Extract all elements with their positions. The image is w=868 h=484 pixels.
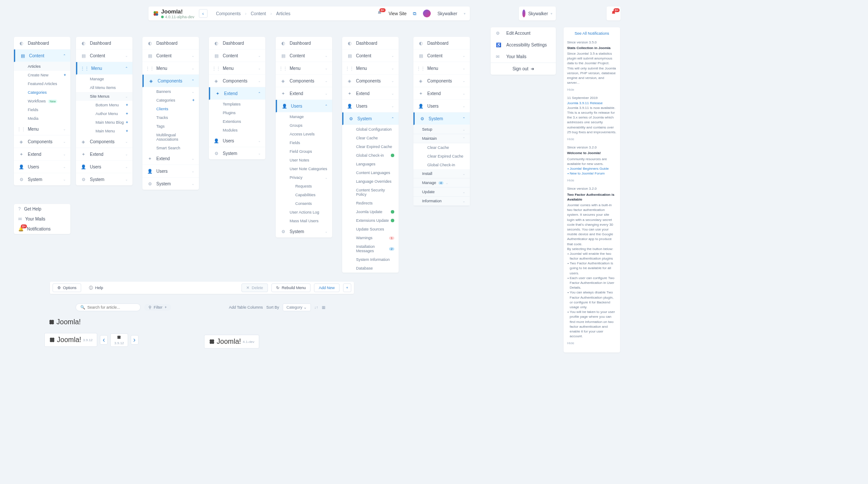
get-help-link[interactable]: ?Get Help xyxy=(14,204,70,214)
nav-extend[interactable]: ✦Extend⌄ xyxy=(276,87,332,100)
sub-field-groups[interactable]: Field Groups xyxy=(276,147,332,156)
sub-mass-mail[interactable]: Mass Mail Users xyxy=(276,217,332,225)
nav-components[interactable]: ◈Components⌄ xyxy=(76,135,132,148)
sub-privacy[interactable]: Privacy⌄ xyxy=(276,173,332,182)
nav-content[interactable]: ▤Content⌄ xyxy=(413,49,470,62)
add-new-button[interactable]: Add New xyxy=(314,283,340,292)
nav-system[interactable]: ⚙System⌃ xyxy=(342,112,399,125)
nav-menu[interactable]: ⋮⋮Menu⌄ xyxy=(209,62,265,75)
prev-button[interactable]: ‹ xyxy=(100,335,108,345)
nav-users[interactable]: 👤Users⌄ xyxy=(209,135,265,147)
section-manage[interactable]: Manage4⌄ xyxy=(413,178,470,188)
nav-users[interactable]: 👤Users⌄ xyxy=(142,165,199,178)
view-site-link[interactable]: View Site xyxy=(389,11,407,16)
nav-menu[interactable]: ⋮⋮Menu⌄ xyxy=(276,62,332,75)
nav-system[interactable]: ⚙System⌄ xyxy=(142,178,199,190)
sub-checkin[interactable]: Global Check-in xyxy=(413,161,470,169)
sort-select[interactable]: Category ⌄ xyxy=(283,303,311,311)
nav-components[interactable]: ◈Components⌄ xyxy=(209,75,265,87)
grid-icon[interactable]: ▦ xyxy=(322,305,326,309)
nav-components[interactable]: ◈Components⌄ xyxy=(413,75,470,87)
sub-smart-search[interactable]: Smart Search xyxy=(142,144,199,152)
delete-button[interactable]: ✕Delete xyxy=(241,283,268,292)
sub-blog-menu[interactable]: Main Menu Blog+ xyxy=(76,118,132,127)
sub-workflows[interactable]: WorkflowsNew xyxy=(14,97,70,105)
hide-link[interactable]: Hide xyxy=(567,341,617,346)
nav-system[interactable]: ⚙System⌃ xyxy=(413,112,470,125)
add-new-plus-button[interactable]: + xyxy=(343,283,351,292)
sort-asc-icon[interactable]: ↓↑ xyxy=(314,305,318,309)
sub-ext-update[interactable]: Extensions Update xyxy=(342,216,399,225)
sub-requests[interactable]: Requests xyxy=(276,182,332,191)
notifications-link[interactable]: 🔔8+ Notifications xyxy=(14,224,70,234)
nav-extend[interactable]: ✦Extend⌄ xyxy=(413,87,470,100)
sub-clear-cache[interactable]: Clear Cache xyxy=(342,134,399,142)
section-install[interactable]: Install⌄ xyxy=(413,169,470,178)
sub-joomla-update[interactable]: Joomla Update xyxy=(342,207,399,216)
sub-tags[interactable]: Tags xyxy=(142,122,199,131)
sub-all-items[interactable]: All Menu Items xyxy=(76,83,132,92)
nav-content[interactable]: ▤Content⌄ xyxy=(342,49,399,62)
nav-system[interactable]: ⚙System⌄ xyxy=(14,173,70,185)
bell-icon[interactable]: 8+ xyxy=(377,10,382,16)
nav-dashboard[interactable]: ◐Dashboard xyxy=(342,37,399,49)
sub-actions-log[interactable]: User Actions Log xyxy=(276,208,332,217)
user-dropdown-mini[interactable]: Skywalker ▾ xyxy=(519,7,556,20)
section-information[interactable]: Information⌄ xyxy=(413,197,470,206)
sub-main-menu[interactable]: Main Menu+ xyxy=(76,127,132,135)
sub-manage[interactable]: Manage xyxy=(76,75,132,83)
sub-media[interactable]: Media xyxy=(14,114,70,123)
sub-fields[interactable]: Fields xyxy=(14,105,70,114)
hide-link[interactable]: Hide xyxy=(567,178,617,183)
nav-extend[interactable]: ✦Extend⌄ xyxy=(14,148,70,161)
nav-menu[interactable]: ⋮⋮Menu⌄ xyxy=(413,62,470,75)
sub-modules[interactable]: Modules xyxy=(209,126,265,135)
hide-link[interactable]: Hide xyxy=(567,137,617,142)
nav-content[interactable]: ▤Content⌄ xyxy=(76,49,132,62)
options-button[interactable]: ⚙Options xyxy=(53,283,81,292)
nav-menu[interactable]: ⋮⋮Menu⌄ xyxy=(342,62,399,75)
avatar[interactable] xyxy=(423,10,431,17)
sign-out-button[interactable]: Sign out➜ xyxy=(491,63,556,75)
sub-clients[interactable]: Clients xyxy=(142,105,199,113)
sub-articles[interactable]: Articles xyxy=(14,62,70,71)
search-input[interactable]: 🔍 xyxy=(76,303,141,311)
sub-access-levels[interactable]: Access Levels xyxy=(276,130,332,138)
sub-create-new[interactable]: Create New+ xyxy=(14,71,70,79)
plus-icon[interactable]: + xyxy=(64,73,66,77)
nav-menu[interactable]: ⋮⋮Menu⌄ xyxy=(14,123,70,135)
next-button[interactable]: › xyxy=(131,335,139,345)
add-columns-link[interactable]: Add Table Columns xyxy=(229,305,263,309)
sub-lang-overrides[interactable]: Language Overrides xyxy=(342,177,399,186)
sub-bottom-menu[interactable]: Bottom Menu+ xyxy=(76,101,132,109)
sub-csp[interactable]: Content Security Policy xyxy=(342,186,399,199)
sub-install-messages[interactable]: Installation Messages2 xyxy=(342,242,399,255)
nav-content[interactable]: ▤Content⌃ xyxy=(14,49,70,62)
nav-users[interactable]: 👤Users⌄ xyxy=(14,161,70,173)
sub-update-sources[interactable]: Update Sources xyxy=(342,225,399,234)
see-all-link[interactable]: See All Notifications xyxy=(567,31,617,36)
sub-consents[interactable]: Consents xyxy=(276,199,332,208)
sub-user-notes[interactable]: User Notes xyxy=(276,156,332,165)
accessibility-settings[interactable]: ♿Accessibility Settings xyxy=(491,39,556,51)
sub-clear-expired[interactable]: Clear Expired Cache xyxy=(342,142,399,151)
sub-author-menu[interactable]: Author Menu+ xyxy=(76,109,132,118)
nav-extend[interactable]: ✦Extend⌄ xyxy=(76,148,132,161)
crumb-articles[interactable]: Articles xyxy=(276,11,290,16)
sub-checkin[interactable]: Global Check-in xyxy=(342,151,399,160)
section-maintain[interactable]: Maintain⌃ xyxy=(413,134,470,143)
nav-content[interactable]: ▤Content⌄ xyxy=(209,49,265,62)
nav-extend[interactable]: ✦Extend⌄ xyxy=(142,152,199,165)
nav-extend[interactable]: ✦Extend⌄ xyxy=(342,87,399,100)
nav-users[interactable]: 👤Users⌄ xyxy=(76,161,132,173)
sub-sysinfo[interactable]: System Information xyxy=(342,255,399,264)
nav-content[interactable]: ▤Content⌄ xyxy=(142,49,199,62)
section-update[interactable]: Update⌄ xyxy=(413,188,470,197)
section-setup[interactable]: Setup⌄ xyxy=(413,125,470,134)
nav-extend[interactable]: ✦Extend⌃ xyxy=(209,87,265,100)
nav-dashboard[interactable]: ◐Dashboard xyxy=(76,37,132,49)
nav-components[interactable]: ◈Components⌄ xyxy=(342,75,399,87)
release-link[interactable]: Joomla 3.9.11 Release xyxy=(567,101,617,105)
sub-banners[interactable]: Banners⌄ xyxy=(142,87,199,96)
nav-components[interactable]: ◈Components⌃ xyxy=(142,75,199,87)
